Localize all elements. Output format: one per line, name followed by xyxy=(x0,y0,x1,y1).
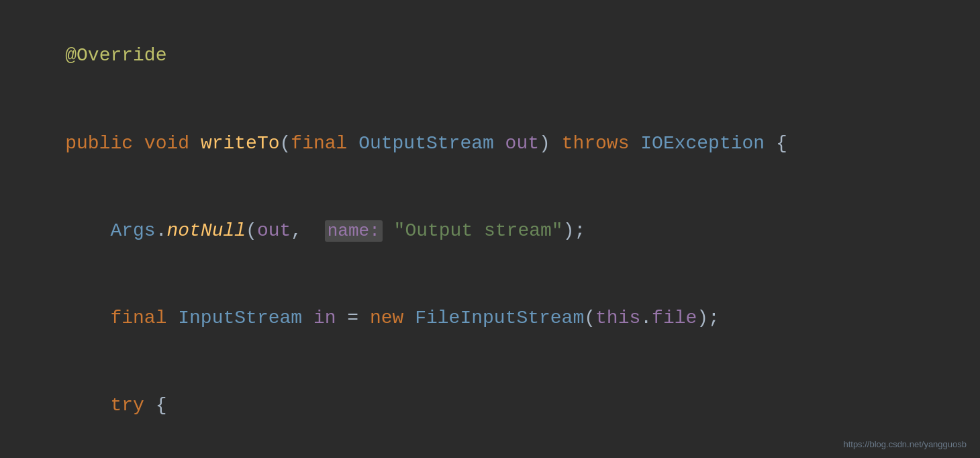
method-writeto: writeTo xyxy=(201,133,280,154)
code-viewer: @Override public void writeTo(final Outp… xyxy=(0,0,980,458)
keyword-new: new xyxy=(370,308,403,328)
param-out: out xyxy=(505,133,539,154)
type-ioexception: IOException xyxy=(640,133,765,154)
class-args: Args xyxy=(110,220,155,241)
label-name: name: xyxy=(325,220,383,242)
keyword-try: try xyxy=(110,395,144,416)
keyword-void: void xyxy=(144,133,189,154)
keyword-public: public xyxy=(65,133,133,154)
type-fileinputstream: FileInputStream xyxy=(415,308,584,328)
type-outputstream: OutputStream xyxy=(358,133,494,154)
this-file: this xyxy=(595,308,640,328)
string-output: "Output stream" xyxy=(394,220,563,241)
code-line-6: final byte[] tmp = new byte[4096]; xyxy=(20,449,960,458)
code-line-5: try { xyxy=(20,362,960,449)
code-line-2: public void writeTo(final OutputStream o… xyxy=(20,99,960,187)
code-line-4: final InputStream in = new FileInputStre… xyxy=(20,275,960,362)
code-line-1: @Override xyxy=(20,12,960,99)
watermark: https://blog.csdn.net/yangguosb xyxy=(843,438,967,451)
keyword-final: final xyxy=(291,133,347,154)
field-file: file xyxy=(652,308,697,328)
code-line-3: Args.notNull(out, name: "Output stream")… xyxy=(20,187,960,274)
keyword-throws: throws xyxy=(562,133,630,154)
type-inputstream: InputStream xyxy=(178,308,302,328)
method-notnull: notNull xyxy=(166,220,246,241)
keyword-final2: final xyxy=(110,308,166,328)
annotation: @Override xyxy=(65,45,166,66)
param-out2: out xyxy=(257,220,291,241)
var-in: in xyxy=(313,308,336,328)
